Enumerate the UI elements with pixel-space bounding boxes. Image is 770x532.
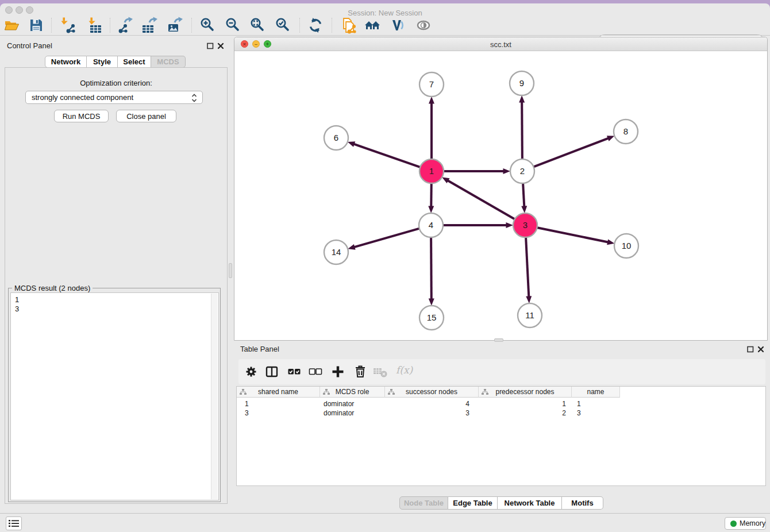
memory-label: Memory xyxy=(740,519,765,527)
criterion-dropdown-value: strongly connected component xyxy=(32,93,133,102)
attribute-type-icon xyxy=(240,389,247,395)
float-table-panel-icon[interactable] xyxy=(746,345,754,353)
node-11[interactable]: 11 xyxy=(518,303,542,327)
zoom-fit-icon[interactable] xyxy=(249,17,267,34)
criterion-dropdown[interactable]: strongly connected component xyxy=(25,91,203,104)
edge-1-4[interactable] xyxy=(431,182,432,207)
edge-3-11[interactable] xyxy=(526,236,529,297)
run-mcds-button[interactable]: Run MCDS xyxy=(54,110,109,122)
svg-text:4: 4 xyxy=(429,220,433,230)
edge-2-8[interactable] xyxy=(533,138,609,168)
network-view-window: × – + scc.txt 7 9 6 8 1 2 4 3 14 10 15 1… xyxy=(234,37,768,341)
table-cell[interactable]: 3 xyxy=(385,408,479,418)
home-layout-icon[interactable] xyxy=(364,17,381,34)
node-2[interactable]: 2 xyxy=(510,159,534,183)
column-header-name[interactable]: name xyxy=(572,387,620,398)
column-label: shared name xyxy=(258,388,298,396)
control-tab-style[interactable]: Style xyxy=(87,56,118,68)
column-header-shared-name[interactable]: shared name xyxy=(237,387,320,398)
node-3[interactable]: 3 xyxy=(513,213,537,237)
table-tab-network-table[interactable]: Network Table xyxy=(498,496,562,510)
horizontal-splitter-handle[interactable] xyxy=(494,338,503,342)
table-tab-edge-table[interactable]: Edge Table xyxy=(448,496,498,510)
export-table-icon[interactable] xyxy=(141,17,159,34)
edge-1-6[interactable] xyxy=(354,144,421,168)
edge-2-3[interactable] xyxy=(523,182,524,207)
zoom-out-icon[interactable] xyxy=(225,17,242,34)
delete-table-icon xyxy=(373,364,388,379)
refresh-view-icon[interactable] xyxy=(307,17,324,34)
vizmapper-icon[interactable] xyxy=(389,17,406,34)
table-cell[interactable]: 1 xyxy=(572,399,620,408)
task-history-button[interactable] xyxy=(6,516,22,530)
settings-gear-icon[interactable] xyxy=(244,364,259,379)
open-session-icon[interactable] xyxy=(3,17,21,34)
edge-4-14[interactable] xyxy=(354,228,420,247)
toolbar-separator xyxy=(332,18,332,33)
clone-network-icon[interactable] xyxy=(339,17,356,34)
table-cell[interactable]: 1 xyxy=(479,399,572,408)
attribute-type-icon xyxy=(323,389,330,395)
edge-4-15[interactable] xyxy=(431,236,432,299)
import-network-icon[interactable] xyxy=(59,17,76,34)
edge-2-9[interactable] xyxy=(522,102,522,161)
vertical-splitter-handle[interactable] xyxy=(229,263,232,278)
select-all-columns-icon[interactable] xyxy=(287,364,302,379)
toolbar-separator xyxy=(299,18,300,33)
close-panel-button[interactable]: Close panel xyxy=(116,110,176,122)
svg-text:6: 6 xyxy=(334,133,338,142)
column-header-successor-nodes[interactable]: successor nodes xyxy=(385,387,479,398)
unselect-all-columns-icon[interactable] xyxy=(308,364,323,379)
table-tab-node-table[interactable]: Node Table xyxy=(399,496,448,510)
status-bar: Memory xyxy=(0,513,770,532)
result-scrollbar[interactable] xyxy=(211,294,218,499)
table-tab-motifs[interactable]: Motifs xyxy=(562,496,603,510)
svg-text:11: 11 xyxy=(525,310,534,320)
create-column-icon[interactable] xyxy=(330,364,345,379)
svg-text:9: 9 xyxy=(519,78,524,88)
node-7[interactable]: 7 xyxy=(419,72,444,97)
network-canvas[interactable]: 7 9 6 8 1 2 4 3 14 10 15 11 xyxy=(234,51,767,340)
column-header-MCDS-role[interactable]: MCDS role xyxy=(320,387,385,398)
node-14[interactable]: 14 xyxy=(324,240,348,264)
table-cell[interactable]: 2 xyxy=(479,408,572,418)
node-10[interactable]: 10 xyxy=(614,234,638,258)
table-cell[interactable]: dominator xyxy=(320,408,385,418)
node-8[interactable]: 8 xyxy=(614,119,638,144)
save-session-icon[interactable] xyxy=(28,17,45,34)
table-cell[interactable]: dominator xyxy=(320,399,385,408)
node-9[interactable]: 9 xyxy=(510,71,534,95)
show-graphics-details-icon[interactable] xyxy=(415,17,432,34)
control-tab-network[interactable]: Network xyxy=(45,56,87,68)
table-toolbar: f(x) xyxy=(238,359,765,384)
control-tab-mcds[interactable]: MCDS xyxy=(151,56,186,68)
toggle-column-visibility-icon[interactable] xyxy=(264,364,279,379)
table-cell[interactable]: 4 xyxy=(385,399,479,408)
control-tab-select[interactable]: Select xyxy=(118,56,151,68)
node-6[interactable]: 6 xyxy=(324,126,348,150)
export-image-icon[interactable] xyxy=(167,17,184,34)
table-cell[interactable]: 3 xyxy=(237,408,320,418)
zoom-selected-icon[interactable] xyxy=(275,17,292,34)
edge-3-1[interactable] xyxy=(448,180,515,219)
toolbar-separator xyxy=(110,18,110,33)
import-table-icon[interactable] xyxy=(86,17,103,34)
mcds-result-textarea[interactable]: 13 xyxy=(10,292,219,500)
network-window-titlebar[interactable]: × – + scc.txt xyxy=(234,37,767,51)
node-15[interactable]: 15 xyxy=(419,306,444,330)
close-panel-icon[interactable] xyxy=(217,42,225,50)
node-1[interactable]: 1 xyxy=(419,159,444,183)
column-header-predecessor-nodes[interactable]: predecessor nodes xyxy=(479,387,572,398)
table-cell[interactable]: 1 xyxy=(237,399,320,408)
close-table-panel-icon[interactable] xyxy=(757,345,765,353)
export-network-icon[interactable] xyxy=(117,17,134,34)
node-4[interactable]: 4 xyxy=(419,213,443,237)
memory-button[interactable]: Memory xyxy=(725,517,766,530)
table-cell[interactable]: 3 xyxy=(572,408,620,418)
delete-columns-icon[interactable] xyxy=(353,364,368,379)
svg-text:15: 15 xyxy=(427,313,437,322)
float-panel-icon[interactable] xyxy=(206,42,214,50)
node-table[interactable]: shared name MCDS role successor nodes pr… xyxy=(236,386,766,486)
zoom-in-icon[interactable] xyxy=(199,17,217,34)
edge-3-10[interactable] xyxy=(536,228,609,242)
